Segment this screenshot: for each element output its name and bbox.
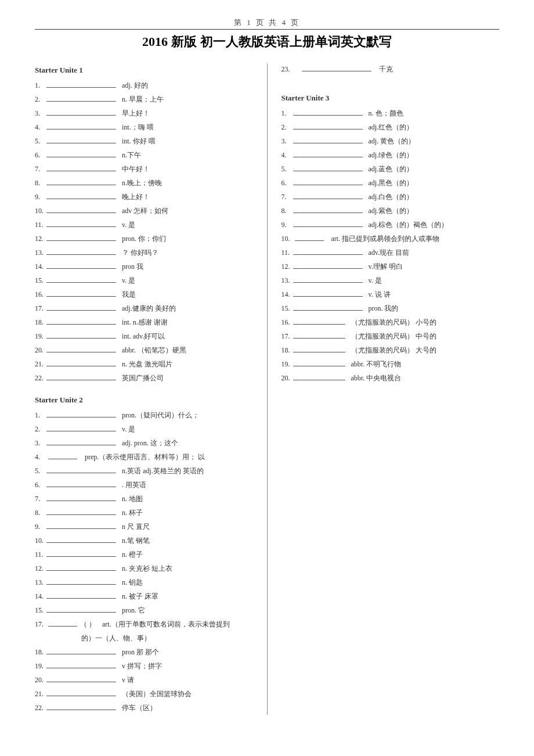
list-item: 11.adv.现在 目前 <box>282 246 500 260</box>
fill-blank[interactable] <box>46 122 116 129</box>
fill-blank[interactable] <box>293 289 363 297</box>
item-desc: （尤指服装的尺码） 大号的 <box>351 343 436 357</box>
fill-blank[interactable] <box>46 605 116 613</box>
item-number: 12. <box>35 232 45 246</box>
unit1-list: 1.adj. 好的2.n. 早晨；上午3.早上好！4.int.；嗨 喂5.int… <box>35 78 253 385</box>
fill-blank[interactable] <box>46 373 116 380</box>
fill-blank[interactable] <box>46 136 116 143</box>
fill-blank[interactable] <box>46 94 116 102</box>
fill-blank[interactable] <box>46 410 116 417</box>
fill-blank[interactable] <box>46 480 116 487</box>
fill-blank[interactable] <box>293 303 363 311</box>
item-number: 11. <box>282 246 292 260</box>
fill-blank[interactable] <box>302 64 371 71</box>
fill-blank[interactable] <box>293 192 363 199</box>
fill-blank[interactable] <box>293 136 363 143</box>
item-desc: int. 你好 喂 <box>122 134 156 148</box>
fill-blank[interactable] <box>46 233 116 241</box>
item-desc: v 拼写；拼字 <box>122 659 162 673</box>
fill-blank[interactable] <box>46 150 116 157</box>
fill-blank[interactable] <box>46 108 116 116</box>
fill-blank[interactable] <box>46 178 116 185</box>
fill-blank[interactable] <box>293 331 345 339</box>
fill-blank[interactable] <box>46 317 116 325</box>
item-desc: adv.现在 目前 <box>369 246 410 260</box>
fill-blank[interactable] <box>293 345 345 352</box>
fill-blank[interactable] <box>46 289 116 297</box>
fill-blank[interactable] <box>46 192 116 199</box>
item-number: 19. <box>35 659 45 673</box>
item-desc: ？ 你好吗？ <box>122 246 158 260</box>
item-desc: abbr. 不明飞行物 <box>351 357 402 371</box>
fill-blank[interactable] <box>293 206 363 213</box>
fill-blank[interactable] <box>293 178 363 185</box>
fill-blank[interactable] <box>295 233 324 241</box>
fill-blank[interactable] <box>46 359 116 366</box>
fill-blank[interactable] <box>46 466 116 473</box>
item-number: 10. <box>35 204 45 218</box>
item-number: 15. <box>35 603 45 617</box>
fill-blank[interactable] <box>46 521 116 529</box>
item-desc: adj.绿色（的） <box>369 148 414 162</box>
fill-blank[interactable] <box>293 108 363 116</box>
item-number: 2. <box>35 422 45 436</box>
item-number: 11. <box>35 218 45 232</box>
fill-blank[interactable] <box>46 261 116 269</box>
fill-blank[interactable] <box>46 80 116 88</box>
fill-blank[interactable] <box>46 689 116 696</box>
item-desc: 中午好！ <box>122 162 150 176</box>
fill-blank[interactable] <box>46 577 116 585</box>
fill-blank[interactable] <box>46 345 116 352</box>
list-item: 6.n.下午 <box>35 148 253 162</box>
fill-blank[interactable] <box>46 647 116 654</box>
list-item: 12.n. 夹克衫 短上衣 <box>35 561 253 575</box>
unit2-list-b: 5.n.英语 adj.英格兰的 英语的6.. 用英语7.n. 地图8.n. 杯子… <box>35 464 253 617</box>
fill-blank[interactable] <box>293 275 363 283</box>
list-item: 7.n. 地图 <box>35 492 253 506</box>
fill-blank[interactable] <box>293 317 345 325</box>
fill-blank[interactable] <box>48 452 77 459</box>
fill-blank[interactable] <box>46 206 116 213</box>
item-desc: n. 钥匙 <box>122 575 143 589</box>
list-item: 8.adj.紫色（的） <box>282 204 500 218</box>
fill-blank[interactable] <box>293 150 363 157</box>
item-number: 18. <box>35 645 45 659</box>
list-item: 17.（尤指服装的尺码） 中号的 <box>282 329 500 343</box>
fill-blank[interactable] <box>46 703 116 710</box>
list-item: 19.int. adv.好可以 <box>35 329 253 343</box>
unit3-list-b: 11.adv.现在 目前12.v.理解 明白13.v. 是14.v. 说 讲15… <box>282 246 500 315</box>
fill-blank[interactable] <box>46 535 116 543</box>
fill-blank[interactable] <box>293 261 363 269</box>
fill-blank[interactable] <box>46 438 116 445</box>
item-desc: v 请 <box>122 673 134 687</box>
fill-blank[interactable] <box>46 331 116 339</box>
fill-blank[interactable] <box>293 164 363 171</box>
fill-blank[interactable] <box>46 424 116 431</box>
fill-blank[interactable] <box>46 275 116 283</box>
list-item: 3.早上好！ <box>35 106 253 120</box>
fill-blank[interactable] <box>293 373 345 380</box>
item-desc: adj. 好的 <box>122 78 148 92</box>
list-item: 21.n. 光盘 激光唱片 <box>35 357 253 371</box>
fill-blank[interactable] <box>293 219 363 227</box>
item-desc: adj.棕色（的）褐色（的） <box>369 218 449 232</box>
fill-blank[interactable] <box>46 247 116 255</box>
fill-blank[interactable] <box>293 122 363 129</box>
fill-blank[interactable] <box>46 549 116 557</box>
fill-blank[interactable] <box>46 303 116 311</box>
item-desc: n. 地图 <box>122 492 143 506</box>
fill-blank[interactable] <box>293 359 345 366</box>
fill-blank[interactable] <box>48 619 77 627</box>
list-item: 1.n. 色；颜色 <box>282 106 500 120</box>
fill-blank[interactable] <box>46 591 116 599</box>
fill-blank[interactable] <box>46 494 116 501</box>
fill-blank[interactable] <box>46 507 116 515</box>
fill-blank[interactable] <box>46 675 116 682</box>
fill-blank[interactable] <box>293 247 363 255</box>
fill-blank[interactable] <box>46 661 116 668</box>
fill-blank[interactable] <box>46 563 116 571</box>
list-item: 15.pron. 我的 <box>282 301 500 315</box>
fill-blank[interactable] <box>46 164 116 171</box>
item-desc: v. 是 <box>122 273 135 287</box>
fill-blank[interactable] <box>46 219 116 227</box>
